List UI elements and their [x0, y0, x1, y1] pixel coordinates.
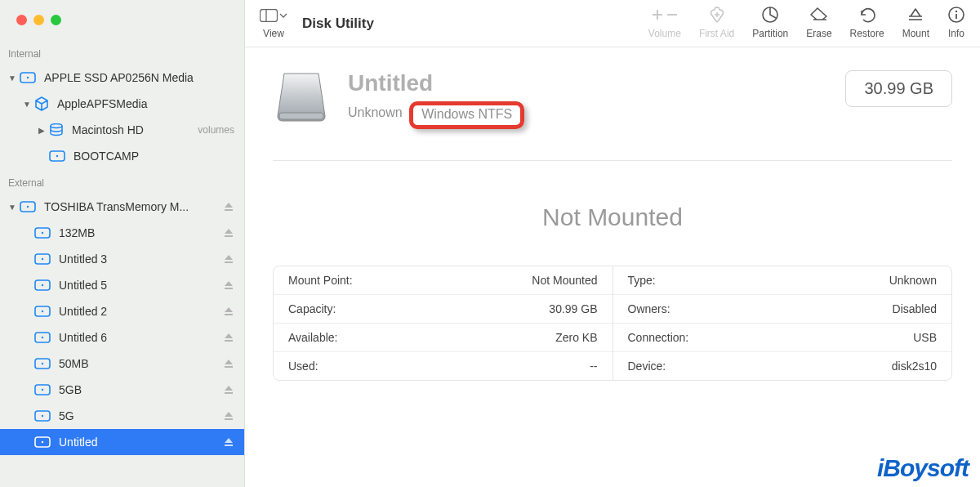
svg-rect-19 [225, 314, 233, 315]
sidebar-section-internal: Internal [0, 40, 244, 65]
disk-icon [34, 410, 51, 422]
sidebar-item-label: Untitled [59, 436, 223, 449]
sidebar-view-icon [260, 5, 287, 26]
detail-value: disk2s10 [892, 360, 937, 373]
volume-name: Untitled [348, 70, 524, 96]
toolbar-actions: VolumeFirst AidPartitionEraseRestoreMoun… [648, 5, 965, 39]
sidebar-item[interactable]: Untitled [0, 429, 244, 455]
svg-point-15 [42, 284, 43, 286]
volume-format-prefix: Unknown [348, 105, 403, 119]
sidebar-item[interactable]: ▶Macintosh HDvolumes [0, 117, 244, 143]
svg-rect-47 [279, 113, 323, 119]
view-dropdown[interactable]: View [260, 5, 287, 39]
svg-rect-25 [225, 366, 233, 368]
sidebar-item[interactable]: Untitled 3 [0, 246, 244, 272]
svg-rect-22 [225, 340, 233, 342]
eject-icon[interactable] [223, 253, 234, 265]
detail-row: Device:disk2s10 [613, 352, 952, 380]
chevron-down-icon[interactable]: ▼ [7, 74, 18, 83]
svg-rect-13 [225, 261, 233, 263]
svg-point-9 [42, 232, 43, 234]
volume-icon [652, 5, 678, 25]
partition-button[interactable]: Partition [752, 5, 788, 39]
disk-icon [49, 150, 65, 162]
svg-point-45 [956, 11, 957, 12]
sidebar-item[interactable]: ▼APPLE SSD AP0256N Media [0, 65, 244, 91]
divider [273, 160, 952, 161]
eject-icon[interactable] [223, 201, 234, 212]
disk-icon [20, 72, 36, 83]
app-title: Disk Utility [302, 16, 374, 32]
volume-details: Mount Point:Not MountedCapacity:30.99 GB… [273, 266, 952, 381]
partition-icon [760, 5, 780, 25]
sidebar-item-label: BOOTCAMP [74, 150, 234, 163]
fullscreen-window-button[interactable] [51, 15, 61, 25]
sidebar-item-label: Macintosh HD [72, 123, 193, 136]
eject-icon[interactable] [223, 384, 234, 395]
details-left-column: Mount Point:Not MountedCapacity:30.99 GB… [274, 266, 613, 380]
sidebar-item-label: Untitled 5 [59, 279, 223, 292]
detail-value: USB [913, 331, 937, 344]
svg-point-4 [56, 155, 58, 157]
sidebar-item[interactable]: Untitled 6 [0, 324, 244, 351]
eject-icon[interactable] [223, 306, 234, 317]
eject-icon[interactable] [223, 410, 234, 422]
detail-key: Used: [288, 360, 318, 373]
eject-icon[interactable] [223, 332, 234, 343]
detail-row: Used:-- [274, 352, 612, 380]
restore-button[interactable]: Restore [850, 5, 884, 39]
detail-value: Disabled [893, 302, 937, 315]
svg-point-18 [42, 311, 43, 312]
mount-label: Mount [902, 28, 929, 39]
detail-value: Not Mounted [532, 274, 597, 287]
volume-label: Volume [648, 28, 681, 39]
volume-header: Untitled Unknown Windows NTFS 30.99 GB [273, 70, 952, 127]
svg-point-24 [42, 363, 43, 364]
eject-icon[interactable] [223, 358, 234, 369]
detail-key: Mount Point: [288, 274, 353, 287]
volume-container-icon [34, 96, 49, 111]
svg-rect-28 [225, 392, 233, 394]
info-button[interactable]: Info [947, 5, 965, 39]
sidebar-item[interactable]: Untitled 5 [0, 272, 244, 298]
erase-button[interactable]: Erase [806, 5, 831, 39]
sidebar-item[interactable]: Untitled 2 [0, 298, 244, 324]
svg-point-30 [42, 415, 43, 417]
view-label: View [263, 28, 284, 39]
sidebar-item[interactable]: 50MB [0, 351, 244, 377]
firstaid-icon [708, 5, 726, 25]
svg-rect-31 [225, 418, 233, 420]
chevron-down-icon [279, 13, 287, 18]
svg-rect-35 [261, 10, 278, 22]
minimize-window-button[interactable] [33, 15, 44, 25]
sidebar-tree-internal: ▼APPLE SSD AP0256N Media▼AppleAPFSMedia▶… [0, 65, 244, 169]
sidebar-item-label: TOSHIBA TransMemory M... [44, 200, 223, 213]
sidebar-item[interactable]: ▼AppleAPFSMedia [0, 91, 244, 117]
eject-icon[interactable] [223, 227, 234, 239]
mount-button[interactable]: Mount [902, 5, 929, 39]
chevron-down-icon[interactable]: ▼ [21, 100, 33, 109]
sidebar-item[interactable]: BOOTCAMP [0, 143, 244, 169]
volume-size-chip: 30.99 GB [845, 70, 952, 107]
sidebar-item-label: Untitled 6 [59, 331, 223, 344]
sidebar-item[interactable]: ▼TOSHIBA TransMemory M... [0, 194, 244, 220]
disk-icon [34, 436, 51, 448]
svg-point-2 [51, 124, 62, 128]
eject-icon[interactable] [223, 279, 234, 291]
app-window: Internal ▼APPLE SSD AP0256N Media▼AppleA… [0, 0, 980, 487]
sidebar-item[interactable]: 132MB [0, 220, 244, 246]
detail-row: Connection:USB [613, 324, 952, 352]
detail-row: Available:Zero KB [274, 324, 612, 352]
sidebar-item[interactable]: 5G [0, 403, 244, 429]
svg-point-1 [27, 77, 29, 78]
sidebar-item-label: Untitled 3 [59, 252, 223, 266]
window-controls [0, 0, 244, 40]
firstaid-button: First Aid [699, 5, 734, 39]
chevron-down-icon[interactable]: ▼ [7, 203, 18, 212]
erase-label: Erase [806, 28, 831, 39]
close-window-button[interactable] [16, 15, 27, 25]
chevron-right-icon[interactable]: ▶ [36, 126, 47, 135]
eject-icon[interactable] [223, 436, 234, 448]
sidebar-item[interactable]: 5GB [0, 377, 244, 403]
detail-key: Owners: [628, 302, 670, 315]
